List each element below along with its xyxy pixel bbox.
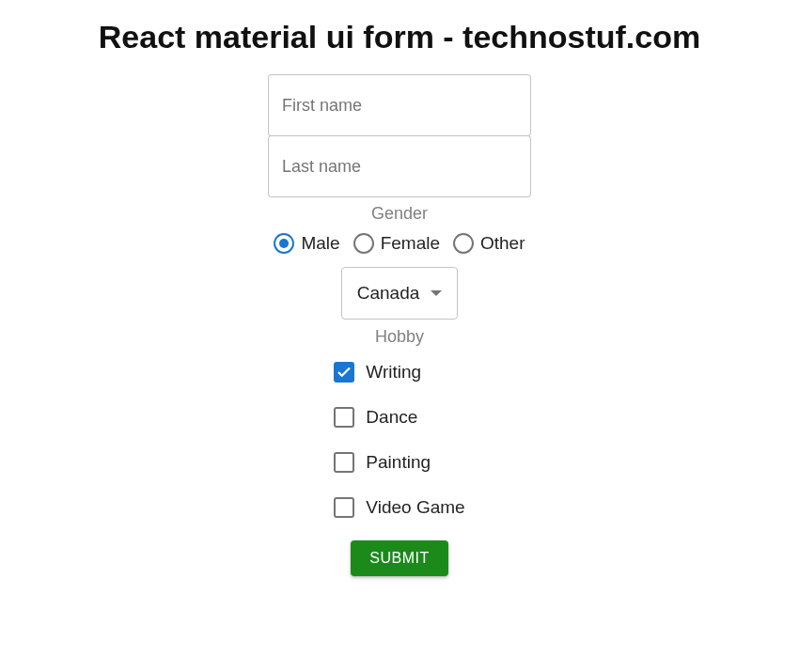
checkbox-label: Dance xyxy=(366,407,417,428)
submit-button[interactable]: SUBMIT xyxy=(351,540,447,576)
chevron-down-icon xyxy=(431,290,442,296)
checkbox-painting[interactable]: Painting xyxy=(334,452,431,473)
check-icon xyxy=(336,364,352,381)
first-name-input[interactable] xyxy=(268,74,531,136)
country-selected-value: Canada xyxy=(357,283,420,304)
radio-male[interactable]: Male xyxy=(274,233,339,254)
form-container: Gender Male Female Other Canada Hobby Wr… xyxy=(268,74,531,576)
radio-icon xyxy=(453,233,474,254)
radio-label: Male xyxy=(301,233,339,254)
checkbox-dance[interactable]: Dance xyxy=(334,407,417,428)
checkbox-icon xyxy=(334,497,354,518)
radio-label: Female xyxy=(381,233,440,254)
hobby-label: Hobby xyxy=(375,327,424,347)
page-title: React material ui form - technostuf.com xyxy=(99,19,700,55)
checkbox-icon xyxy=(334,452,354,473)
radio-female[interactable]: Female xyxy=(353,233,440,254)
gender-label: Gender xyxy=(371,204,428,224)
radio-icon xyxy=(274,233,294,254)
radio-icon xyxy=(353,233,374,254)
gender-radio-group: Male Female Other xyxy=(274,233,525,254)
checkbox-label: Video Game xyxy=(366,497,464,518)
hobby-checkbox-group: Writing Dance Painting Video Game xyxy=(334,362,464,518)
checkbox-label: Painting xyxy=(366,452,431,473)
country-select[interactable]: Canada xyxy=(341,267,459,320)
radio-label: Other xyxy=(480,233,525,254)
last-name-input[interactable] xyxy=(268,135,531,197)
radio-other[interactable]: Other xyxy=(453,233,525,254)
checkbox-video-game[interactable]: Video Game xyxy=(334,497,464,518)
checkbox-icon xyxy=(334,362,354,383)
checkbox-icon xyxy=(334,407,354,428)
checkbox-writing[interactable]: Writing xyxy=(334,362,421,383)
checkbox-label: Writing xyxy=(366,362,421,383)
